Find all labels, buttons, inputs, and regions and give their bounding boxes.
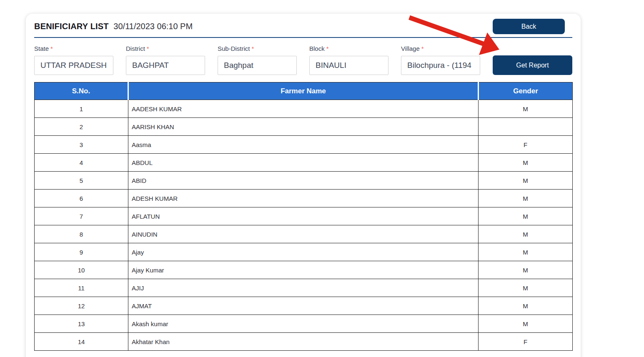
table-row[interactable]: 13 Akash kumar M (35, 315, 573, 333)
district-label: District* (126, 45, 205, 52)
cell-sno: 7 (35, 207, 128, 225)
cell-gender: M (479, 172, 573, 190)
cell-sno: 1 (35, 100, 128, 118)
table-row[interactable]: 3 Aasma F (35, 136, 573, 154)
table-row[interactable]: 6 ADESH KUMAR M (35, 190, 573, 207)
column-header-farmer-name: Farmer Name (128, 82, 479, 100)
filter-district: District* (126, 45, 205, 75)
beneficiary-list-card: BENIFICIARY LIST 30/11/2023 06:10 PM Bac… (26, 14, 581, 357)
get-report-button[interactable]: Get Report (493, 55, 572, 75)
state-label: State* (34, 45, 113, 52)
cell-gender: M (479, 190, 573, 207)
cell-farmer-name: Akash kumar (128, 315, 479, 333)
filter-block: Block* (309, 45, 388, 75)
cell-farmer-name: AJIJ (128, 279, 479, 297)
cell-gender: M (479, 243, 573, 261)
cell-farmer-name: ADESH KUMAR (128, 190, 479, 207)
table-row[interactable]: 12 AJMAT M (35, 297, 573, 315)
table-row[interactable]: 1 AADESH KUMAR M (35, 100, 573, 118)
column-header-sno: S.No. (35, 82, 128, 100)
table-row[interactable]: 11 AJIJ M (35, 279, 573, 297)
cell-gender (479, 118, 573, 136)
cell-sno: 4 (35, 154, 128, 172)
required-asterisk: * (147, 45, 149, 52)
cell-gender: M (479, 154, 573, 172)
sub-district-label: Sub-District* (218, 45, 297, 52)
page-title: BENIFICIARY LIST 30/11/2023 06:10 PM (34, 22, 193, 31)
block-label: Block* (309, 45, 388, 52)
cell-gender: M (479, 297, 573, 315)
cell-sno: 11 (35, 279, 128, 297)
cell-gender: M (479, 225, 573, 243)
filter-village: Village* (401, 45, 480, 75)
cell-gender: M (479, 207, 573, 225)
cell-farmer-name: AARISH KHAN (128, 118, 479, 136)
table-body: 1 AADESH KUMAR M 2 AARISH KHAN 3 Aasma F… (35, 100, 573, 351)
cell-farmer-name: ABDUL (128, 154, 479, 172)
cell-sno: 10 (35, 261, 128, 279)
back-button[interactable]: Back (493, 19, 565, 34)
beneficiary-table: S.No. Farmer Name Gender 1 AADESH KUMAR … (34, 82, 573, 351)
cell-gender: M (479, 279, 573, 297)
cell-farmer-name: AADESH KUMAR (128, 100, 479, 118)
state-input[interactable] (34, 56, 113, 75)
required-asterisk: * (252, 45, 254, 52)
required-asterisk: * (50, 45, 53, 52)
page-title-text: BENIFICIARY LIST (34, 22, 109, 31)
filter-state: State* (34, 45, 113, 75)
cell-farmer-name: AINUDIN (128, 225, 479, 243)
table-row[interactable]: 14 Akhatar Khan F (35, 333, 573, 351)
table-header-row: S.No. Farmer Name Gender (35, 82, 573, 100)
village-input[interactable] (401, 56, 480, 75)
title-divider (34, 37, 572, 38)
cell-gender: F (479, 136, 573, 154)
cell-farmer-name: Aasma (128, 136, 479, 154)
cell-gender: M (479, 261, 573, 279)
filter-sub-district: Sub-District* (218, 45, 297, 75)
cell-sno: 13 (35, 315, 128, 333)
column-header-gender: Gender (479, 82, 573, 100)
block-input[interactable] (309, 56, 388, 75)
table-row[interactable]: 2 AARISH KHAN (35, 118, 573, 136)
cell-farmer-name: ABID (128, 172, 479, 190)
title-row: BENIFICIARY LIST 30/11/2023 06:10 PM Bac… (34, 14, 572, 35)
table-row[interactable]: 4 ABDUL M (35, 154, 573, 172)
cell-farmer-name: Ajay Kumar (128, 261, 479, 279)
cell-gender: M (479, 315, 573, 333)
table-row[interactable]: 10 Ajay Kumar M (35, 261, 573, 279)
cell-sno: 12 (35, 297, 128, 315)
table-row[interactable]: 8 AINUDIN M (35, 225, 573, 243)
cell-sno: 8 (35, 225, 128, 243)
required-asterisk: * (326, 45, 329, 52)
sub-district-input[interactable] (218, 56, 297, 75)
table-row[interactable]: 9 Ajay M (35, 243, 573, 261)
cell-gender: F (479, 333, 573, 351)
cell-sno: 3 (35, 136, 128, 154)
cell-gender: M (479, 100, 573, 118)
table-row[interactable]: 5 ABID M (35, 172, 573, 190)
cell-sno: 6 (35, 190, 128, 207)
district-input[interactable] (126, 56, 205, 75)
filter-row: State* District* Sub-District* Block* Vi… (34, 45, 572, 75)
table-row[interactable]: 7 AFLATUN M (35, 207, 573, 225)
cell-farmer-name: AJMAT (128, 297, 479, 315)
page-title-datetime: 30/11/2023 06:10 PM (113, 22, 193, 31)
cell-farmer-name: AFLATUN (128, 207, 479, 225)
village-label: Village* (401, 45, 480, 52)
cell-sno: 9 (35, 243, 128, 261)
cell-farmer-name: Ajay (128, 243, 479, 261)
cell-sno: 14 (35, 333, 128, 351)
cell-sno: 5 (35, 172, 128, 190)
cell-sno: 2 (35, 118, 128, 136)
cell-farmer-name: Akhatar Khan (128, 333, 479, 351)
required-asterisk: * (421, 45, 424, 52)
